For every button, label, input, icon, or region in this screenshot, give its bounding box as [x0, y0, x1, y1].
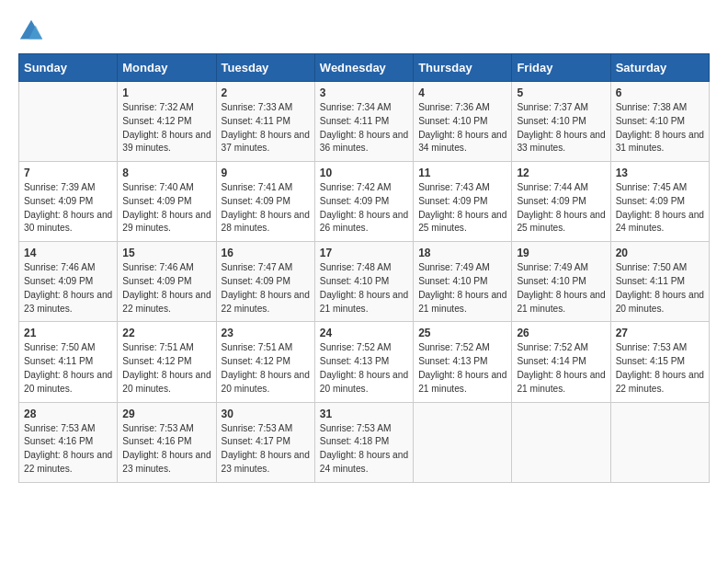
day-number: 20	[616, 247, 704, 259]
logo	[18, 18, 48, 44]
day-info: Sunrise: 7:34 AMSunset: 4:11 PMDaylight:…	[320, 101, 408, 155]
weekday-header-wednesday: Wednesday	[314, 54, 413, 82]
day-number: 3	[320, 86, 408, 99]
day-info: Sunrise: 7:39 AMSunset: 4:09 PMDaylight:…	[24, 181, 112, 236]
day-info: Sunrise: 7:45 AMSunset: 4:09 PMDaylight:…	[616, 181, 704, 236]
day-info: Sunrise: 7:50 AMSunset: 4:11 PMDaylight:…	[24, 341, 112, 396]
day-info: Sunrise: 7:49 AMSunset: 4:10 PMDaylight:…	[418, 261, 506, 316]
calendar-cell: 26Sunrise: 7:52 AMSunset: 4:14 PMDayligh…	[512, 322, 610, 402]
weekday-header-thursday: Thursday	[414, 54, 512, 82]
calendar-cell: 16Sunrise: 7:47 AMSunset: 4:09 PMDayligh…	[216, 242, 314, 322]
day-number: 25	[418, 327, 506, 339]
day-info: Sunrise: 7:33 AMSunset: 4:11 PMDaylight:…	[222, 101, 310, 155]
calendar-week-3: 14Sunrise: 7:46 AMSunset: 4:09 PMDayligh…	[19, 242, 710, 322]
calendar-cell: 24Sunrise: 7:52 AMSunset: 4:13 PMDayligh…	[314, 322, 413, 402]
day-info: Sunrise: 7:43 AMSunset: 4:09 PMDaylight:…	[418, 181, 506, 236]
day-number: 6	[616, 86, 704, 99]
calendar-cell: 27Sunrise: 7:53 AMSunset: 4:15 PMDayligh…	[610, 322, 709, 402]
day-number: 12	[517, 167, 605, 179]
calendar-cell: 7Sunrise: 7:39 AMSunset: 4:09 PMDaylight…	[19, 162, 118, 242]
calendar-cell: 8Sunrise: 7:40 AMSunset: 4:09 PMDaylight…	[118, 162, 216, 242]
day-number: 19	[517, 247, 605, 259]
calendar-cell: 19Sunrise: 7:49 AMSunset: 4:10 PMDayligh…	[512, 242, 610, 322]
calendar-cell: 22Sunrise: 7:51 AMSunset: 4:12 PMDayligh…	[118, 322, 216, 402]
calendar-cell: 5Sunrise: 7:37 AMSunset: 4:10 PMDaylight…	[512, 82, 610, 162]
day-number: 31	[320, 408, 408, 420]
day-info: Sunrise: 7:53 AMSunset: 4:16 PMDaylight:…	[122, 422, 210, 477]
day-info: Sunrise: 7:53 AMSunset: 4:17 PMDaylight:…	[222, 422, 310, 477]
calendar-cell: 30Sunrise: 7:53 AMSunset: 4:17 PMDayligh…	[216, 402, 314, 482]
day-number: 4	[418, 86, 506, 99]
day-number: 16	[222, 247, 310, 259]
calendar-cell: 1Sunrise: 7:32 AMSunset: 4:12 PMDaylight…	[118, 82, 216, 162]
calendar-cell: 4Sunrise: 7:36 AMSunset: 4:10 PMDaylight…	[414, 82, 512, 162]
day-number: 13	[616, 167, 704, 179]
day-number: 10	[320, 167, 408, 179]
calendar-week-5: 28Sunrise: 7:53 AMSunset: 4:16 PMDayligh…	[19, 402, 710, 482]
day-number: 5	[517, 86, 605, 99]
day-number: 15	[122, 247, 210, 259]
calendar-cell	[610, 402, 709, 482]
calendar-cell: 17Sunrise: 7:48 AMSunset: 4:10 PMDayligh…	[314, 242, 413, 322]
day-info: Sunrise: 7:47 AMSunset: 4:09 PMDaylight:…	[222, 261, 310, 316]
day-number: 11	[418, 167, 506, 179]
calendar-cell: 10Sunrise: 7:42 AMSunset: 4:09 PMDayligh…	[314, 162, 413, 242]
day-info: Sunrise: 7:49 AMSunset: 4:10 PMDaylight:…	[517, 261, 605, 316]
day-number: 28	[24, 408, 112, 420]
day-number: 22	[122, 327, 210, 339]
calendar-week-1: 1Sunrise: 7:32 AMSunset: 4:12 PMDaylight…	[19, 82, 710, 162]
day-info: Sunrise: 7:40 AMSunset: 4:09 PMDaylight:…	[122, 181, 210, 236]
calendar-cell: 20Sunrise: 7:50 AMSunset: 4:11 PMDayligh…	[610, 242, 709, 322]
day-info: Sunrise: 7:41 AMSunset: 4:09 PMDaylight:…	[222, 181, 310, 236]
calendar-cell: 28Sunrise: 7:53 AMSunset: 4:16 PMDayligh…	[19, 402, 118, 482]
calendar-cell	[414, 402, 512, 482]
weekday-header-monday: Monday	[118, 54, 216, 82]
logo-icon	[18, 18, 44, 44]
day-number: 1	[122, 86, 210, 99]
calendar-cell: 13Sunrise: 7:45 AMSunset: 4:09 PMDayligh…	[610, 162, 709, 242]
day-info: Sunrise: 7:50 AMSunset: 4:11 PMDaylight:…	[616, 261, 704, 316]
day-number: 29	[122, 408, 210, 420]
day-number: 9	[222, 167, 310, 179]
day-number: 8	[122, 167, 210, 179]
day-number: 27	[616, 327, 704, 339]
calendar-cell: 29Sunrise: 7:53 AMSunset: 4:16 PMDayligh…	[118, 402, 216, 482]
calendar-cell: 3Sunrise: 7:34 AMSunset: 4:11 PMDaylight…	[314, 82, 413, 162]
day-number: 7	[24, 167, 112, 179]
day-info: Sunrise: 7:53 AMSunset: 4:15 PMDaylight:…	[616, 341, 704, 396]
calendar-cell: 18Sunrise: 7:49 AMSunset: 4:10 PMDayligh…	[414, 242, 512, 322]
day-number: 30	[222, 408, 310, 420]
day-number: 2	[222, 86, 310, 99]
day-info: Sunrise: 7:53 AMSunset: 4:18 PMDaylight:…	[320, 422, 408, 477]
calendar-header: SundayMondayTuesdayWednesdayThursdayFrid…	[19, 54, 710, 82]
day-number: 18	[418, 247, 506, 259]
calendar-cell: 2Sunrise: 7:33 AMSunset: 4:11 PMDaylight…	[216, 82, 314, 162]
day-info: Sunrise: 7:44 AMSunset: 4:09 PMDaylight:…	[517, 181, 605, 236]
weekday-header-tuesday: Tuesday	[216, 54, 314, 82]
weekday-header-sunday: Sunday	[19, 54, 118, 82]
calendar-cell: 12Sunrise: 7:44 AMSunset: 4:09 PMDayligh…	[512, 162, 610, 242]
calendar-week-2: 7Sunrise: 7:39 AMSunset: 4:09 PMDaylight…	[19, 162, 710, 242]
calendar-cell: 6Sunrise: 7:38 AMSunset: 4:10 PMDaylight…	[610, 82, 709, 162]
weekday-header-friday: Friday	[512, 54, 610, 82]
calendar-cell: 23Sunrise: 7:51 AMSunset: 4:12 PMDayligh…	[216, 322, 314, 402]
day-info: Sunrise: 7:52 AMSunset: 4:14 PMDaylight:…	[517, 341, 605, 396]
day-info: Sunrise: 7:51 AMSunset: 4:12 PMDaylight:…	[122, 341, 210, 396]
day-info: Sunrise: 7:36 AMSunset: 4:10 PMDaylight:…	[418, 101, 506, 155]
calendar-cell	[19, 82, 118, 162]
day-info: Sunrise: 7:48 AMSunset: 4:10 PMDaylight:…	[320, 261, 408, 316]
calendar-cell: 21Sunrise: 7:50 AMSunset: 4:11 PMDayligh…	[19, 322, 118, 402]
day-info: Sunrise: 7:32 AMSunset: 4:12 PMDaylight:…	[122, 101, 210, 155]
day-number: 14	[24, 247, 112, 259]
day-info: Sunrise: 7:46 AMSunset: 4:09 PMDaylight:…	[24, 261, 112, 316]
day-info: Sunrise: 7:38 AMSunset: 4:10 PMDaylight:…	[616, 101, 704, 155]
day-info: Sunrise: 7:46 AMSunset: 4:09 PMDaylight:…	[122, 261, 210, 316]
weekday-header-saturday: Saturday	[610, 54, 709, 82]
day-info: Sunrise: 7:37 AMSunset: 4:10 PMDaylight:…	[517, 101, 605, 155]
calendar-table: SundayMondayTuesdayWednesdayThursdayFrid…	[18, 53, 710, 483]
calendar-cell	[512, 402, 610, 482]
day-number: 24	[320, 327, 408, 339]
day-number: 23	[222, 327, 310, 339]
day-info: Sunrise: 7:51 AMSunset: 4:12 PMDaylight:…	[222, 341, 310, 396]
calendar-cell: 11Sunrise: 7:43 AMSunset: 4:09 PMDayligh…	[414, 162, 512, 242]
